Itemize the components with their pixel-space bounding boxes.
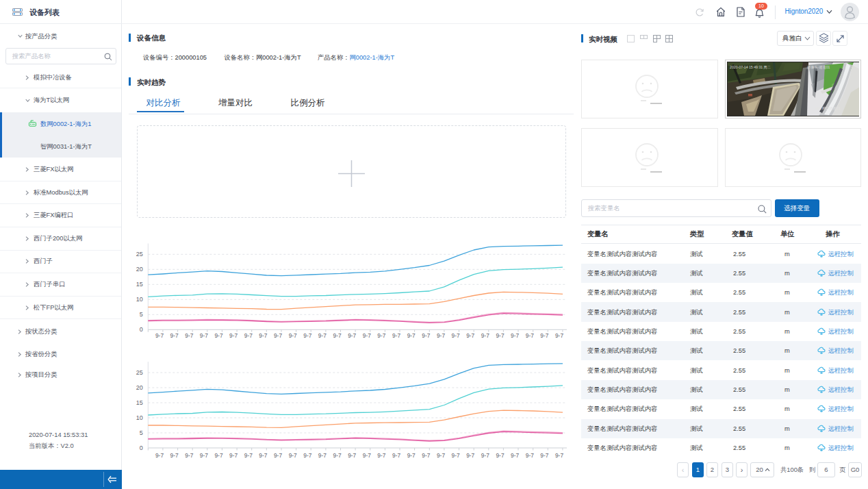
svg-text:5: 5 xyxy=(140,429,143,436)
svg-text:9-7: 9-7 xyxy=(422,332,430,339)
svg-text:9-7: 9-7 xyxy=(318,332,327,339)
svg-text:9-7: 9-7 xyxy=(155,332,164,339)
svg-text:HIK IPC/通道01: HIK IPC/通道01 xyxy=(815,106,840,110)
svg-text:0: 0 xyxy=(140,444,143,451)
svg-text:9-7: 9-7 xyxy=(303,332,311,339)
svg-text:15: 15 xyxy=(136,281,143,288)
svg-text:摄像头-通道01: 摄像头-通道01 xyxy=(807,65,830,69)
svg-text:0: 0 xyxy=(140,326,143,333)
svg-text:9-7: 9-7 xyxy=(540,452,548,459)
svg-text:9-7: 9-7 xyxy=(259,452,267,459)
svg-text:9-7: 9-7 xyxy=(200,452,208,459)
svg-text:9-7: 9-7 xyxy=(333,452,342,459)
svg-text:25: 25 xyxy=(136,251,143,258)
svg-text:9-7: 9-7 xyxy=(170,332,179,339)
svg-text:9-7: 9-7 xyxy=(511,452,519,459)
svg-text:9-7: 9-7 xyxy=(496,332,504,339)
svg-text:9-7: 9-7 xyxy=(214,452,222,459)
svg-text:9-7: 9-7 xyxy=(392,332,400,339)
svg-text:9-7: 9-7 xyxy=(466,332,474,339)
svg-text:9-7: 9-7 xyxy=(289,452,297,459)
svg-text:9-7: 9-7 xyxy=(377,332,385,339)
svg-text:9-7: 9-7 xyxy=(214,332,222,339)
svg-text:9-7: 9-7 xyxy=(555,452,563,459)
svg-text:9-7: 9-7 xyxy=(363,332,371,339)
svg-text:9-7: 9-7 xyxy=(452,452,460,459)
svg-text:9-7: 9-7 xyxy=(289,332,297,339)
svg-text:10: 10 xyxy=(136,296,143,303)
svg-text:9-7: 9-7 xyxy=(303,452,311,459)
svg-text:9-7: 9-7 xyxy=(437,452,445,459)
svg-text:25: 25 xyxy=(136,369,143,376)
svg-text:9-7: 9-7 xyxy=(392,452,400,459)
svg-text:9-7: 9-7 xyxy=(259,332,267,339)
svg-text:20: 20 xyxy=(136,384,143,391)
svg-text:9-7: 9-7 xyxy=(540,332,548,339)
svg-text:15: 15 xyxy=(136,399,143,406)
svg-text:9-7: 9-7 xyxy=(229,332,238,339)
svg-text:9-7: 9-7 xyxy=(318,452,327,459)
svg-text:5: 5 xyxy=(140,311,143,318)
svg-text:9-7: 9-7 xyxy=(274,332,282,339)
svg-text:9-7: 9-7 xyxy=(333,332,342,339)
svg-text:9-7: 9-7 xyxy=(244,452,253,459)
svg-text:9-7: 9-7 xyxy=(348,332,356,339)
svg-text:9-7: 9-7 xyxy=(170,452,179,459)
svg-text:9-7: 9-7 xyxy=(437,332,445,339)
svg-text:9-7: 9-7 xyxy=(511,332,519,339)
svg-text:2020-07-14 15:49:31 周二: 2020-07-14 15:49:31 周二 xyxy=(730,65,771,69)
svg-text:9-7: 9-7 xyxy=(185,332,193,339)
svg-text:10: 10 xyxy=(136,414,143,421)
svg-text:9-7: 9-7 xyxy=(496,452,504,459)
svg-text:9-7: 9-7 xyxy=(274,452,282,459)
svg-text:9-7: 9-7 xyxy=(555,332,563,339)
svg-text:9-7: 9-7 xyxy=(377,452,385,459)
svg-text:9-7: 9-7 xyxy=(526,332,534,339)
svg-text:9-7: 9-7 xyxy=(407,332,416,339)
svg-text:9-7: 9-7 xyxy=(348,452,356,459)
svg-text:9-7: 9-7 xyxy=(481,452,489,459)
svg-text:9-7: 9-7 xyxy=(244,332,253,339)
svg-text:9-7: 9-7 xyxy=(481,332,489,339)
svg-text:9-7: 9-7 xyxy=(229,452,238,459)
svg-text:9-7: 9-7 xyxy=(422,452,430,459)
svg-text:9-7: 9-7 xyxy=(363,452,371,459)
svg-text:20: 20 xyxy=(136,266,143,273)
svg-text:9-7: 9-7 xyxy=(155,452,164,459)
svg-text:9-7: 9-7 xyxy=(200,332,208,339)
svg-text:9-7: 9-7 xyxy=(407,452,416,459)
svg-text:9-7: 9-7 xyxy=(185,452,193,459)
svg-text:9-7: 9-7 xyxy=(452,332,460,339)
svg-text:9-7: 9-7 xyxy=(466,452,474,459)
svg-text:9-7: 9-7 xyxy=(526,452,534,459)
